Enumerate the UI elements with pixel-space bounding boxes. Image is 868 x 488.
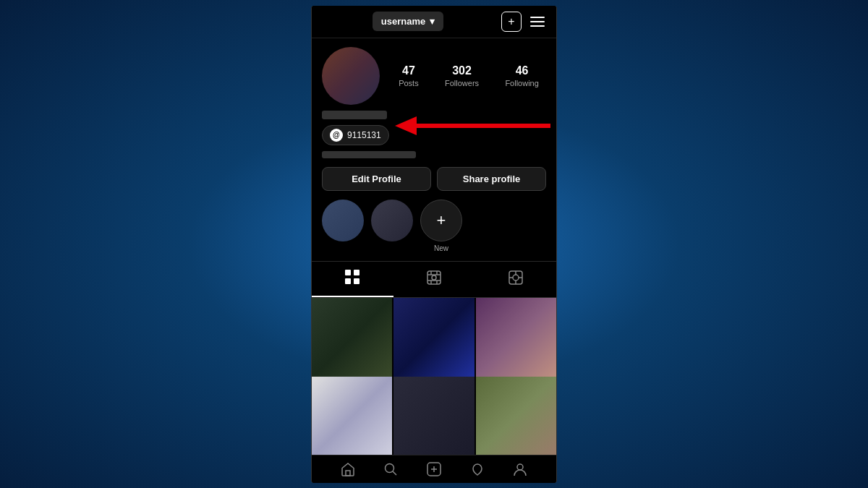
bottom-nav bbox=[312, 455, 556, 483]
photo-grid bbox=[312, 298, 556, 455]
avatar[interactable] bbox=[322, 47, 380, 105]
grid-photo-6[interactable] bbox=[476, 377, 556, 455]
nav-activity-icon[interactable] bbox=[469, 461, 485, 477]
svg-rect-1 bbox=[354, 270, 359, 275]
username-pill[interactable]: username ▾ bbox=[373, 12, 443, 31]
photo-thumbnail-5 bbox=[393, 377, 474, 455]
posts-stat[interactable]: 47 Posts bbox=[399, 64, 419, 87]
profile-top-row: 47 Posts 302 Followers 46 Following bbox=[322, 47, 546, 105]
svg-point-13 bbox=[513, 275, 519, 281]
following-label: Following bbox=[505, 79, 538, 87]
username-text: username bbox=[381, 16, 425, 27]
grid-photo-4[interactable] bbox=[312, 377, 392, 455]
photo-thumbnail-4 bbox=[312, 377, 392, 455]
highlight-new-circle: + bbox=[420, 200, 462, 241]
highlight-plus-icon: + bbox=[437, 213, 446, 228]
highlight-new-button[interactable]: + New bbox=[420, 200, 462, 252]
menu-line-1 bbox=[530, 17, 545, 18]
grid-photo-1[interactable] bbox=[312, 298, 392, 378]
highlights-row: + New bbox=[322, 200, 546, 261]
phone-frame: username ▾ + 47 Posts 302 Follow bbox=[311, 6, 557, 483]
stats-row: 47 Posts 302 Followers 46 Following bbox=[391, 64, 546, 87]
grid-photo-3[interactable] bbox=[476, 298, 556, 378]
tagged-icon bbox=[508, 270, 524, 289]
svg-line-20 bbox=[393, 471, 396, 475]
highlight-thumbnail-1 bbox=[322, 200, 364, 241]
plus-icon: + bbox=[508, 15, 514, 28]
grid-photo-5[interactable] bbox=[393, 377, 474, 455]
top-bar: username ▾ + bbox=[312, 6, 556, 38]
threads-id-text: 9115131 bbox=[347, 130, 381, 140]
bio-placeholder-bar bbox=[322, 151, 416, 158]
following-count: 46 bbox=[516, 64, 529, 77]
nav-add-icon[interactable] bbox=[426, 461, 442, 477]
svg-point-19 bbox=[386, 463, 394, 472]
svg-rect-3 bbox=[354, 278, 359, 284]
followers-count: 302 bbox=[452, 64, 472, 77]
tab-grid[interactable] bbox=[312, 262, 393, 297]
photo-thumbnail-6 bbox=[476, 377, 556, 455]
highlight-item-1[interactable] bbox=[322, 200, 364, 252]
grid-photo-2[interactable] bbox=[393, 298, 474, 378]
username-dropdown[interactable]: username ▾ bbox=[320, 12, 495, 31]
menu-line-3 bbox=[530, 25, 545, 27]
highlight-item-2[interactable] bbox=[371, 200, 413, 252]
nav-home-icon[interactable] bbox=[340, 461, 356, 477]
svg-rect-0 bbox=[345, 270, 351, 275]
tab-reels[interactable] bbox=[393, 262, 475, 297]
photo-thumbnail-3 bbox=[476, 298, 556, 378]
svg-point-5 bbox=[432, 275, 436, 280]
following-stat[interactable]: 46 Following bbox=[505, 64, 538, 87]
svg-point-24 bbox=[517, 464, 523, 470]
dropdown-chevron-icon: ▾ bbox=[430, 16, 435, 27]
posts-label: Posts bbox=[399, 79, 419, 87]
add-post-button[interactable]: + bbox=[501, 12, 522, 32]
posts-count: 47 bbox=[402, 64, 415, 77]
menu-line-2 bbox=[530, 21, 545, 22]
reels-icon bbox=[426, 270, 442, 289]
highlight-new-label: New bbox=[434, 244, 448, 252]
threads-badge[interactable]: @ 9115131 bbox=[322, 125, 389, 145]
photo-thumbnail-1 bbox=[312, 298, 392, 378]
photo-thumbnail-2 bbox=[393, 298, 474, 378]
highlight-thumbnail-2 bbox=[371, 200, 413, 241]
action-buttons: Edit Profile Share profile bbox=[322, 167, 546, 191]
tab-bar bbox=[312, 261, 556, 298]
edit-profile-button[interactable]: Edit Profile bbox=[322, 167, 431, 191]
nav-profile-icon[interactable] bbox=[512, 461, 528, 477]
svg-rect-4 bbox=[427, 271, 441, 284]
svg-rect-18 bbox=[346, 471, 350, 476]
share-profile-button[interactable]: Share profile bbox=[437, 167, 546, 191]
hamburger-menu-button[interactable] bbox=[527, 14, 548, 30]
profile-section: 47 Posts 302 Followers 46 Following @ 91… bbox=[312, 38, 556, 261]
followers-stat[interactable]: 302 Followers bbox=[445, 64, 479, 87]
threads-logo-icon: @ bbox=[330, 129, 343, 142]
followers-label: Followers bbox=[445, 79, 479, 87]
svg-rect-2 bbox=[345, 278, 351, 284]
tab-tagged[interactable] bbox=[475, 262, 556, 297]
username-display-bar bbox=[322, 111, 387, 119]
nav-search-icon[interactable] bbox=[383, 461, 399, 477]
grid-icon bbox=[344, 269, 360, 288]
